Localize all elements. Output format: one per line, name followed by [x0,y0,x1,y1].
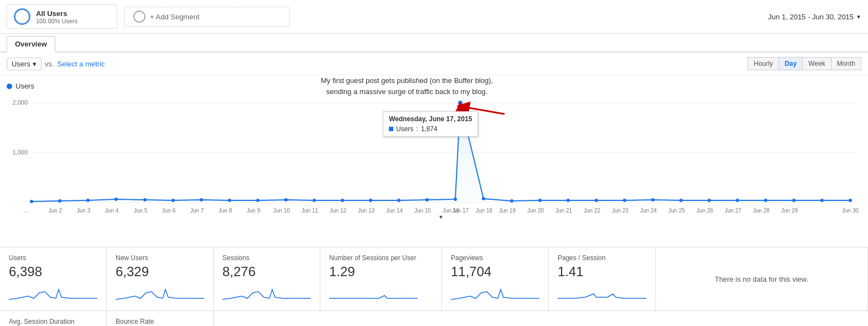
svg-point-16 [313,199,316,202]
time-button-group: Hourly Day Week Month [747,57,861,70]
segment-info: All Users 100.00% Users [36,9,77,24]
svg-point-28 [623,199,626,202]
svg-text:Jun 5: Jun 5 [134,208,148,214]
select-metric-link[interactable]: Select a metric [58,60,105,68]
chart-area: Users My first guest post gets published… [0,75,868,247]
svg-point-35 [820,199,824,202]
svg-point-18 [369,199,372,202]
tab-overview[interactable]: Overview [7,36,55,53]
stats-section: Users 6,398 New Users 6,329 Sessions 8,2… [0,247,868,311]
svg-text:Jun 20: Jun 20 [527,208,544,214]
svg-text:Jun 9: Jun 9 [247,208,261,214]
svg-point-25 [538,199,542,202]
sparkline-pageviews [451,282,539,304]
stat-card-pageviews: Pageviews 11,704 [442,247,549,311]
sparkline-new-users [116,282,204,304]
svg-point-15 [284,198,288,201]
svg-text:Jun 11: Jun 11 [302,208,318,214]
svg-text:Jun 28: Jun 28 [753,208,770,214]
stat-card-sessions: Sessions 8,276 [214,247,320,311]
legend-label: Users [15,82,34,90]
stat-card-sessions-per-user: Number of Sessions per User 1.29 [320,247,442,311]
svg-point-11 [171,199,175,202]
vs-label: vs. [45,60,54,68]
stat-label-pages-per-session: Pages / Session [558,254,646,262]
svg-text:Jun 12: Jun 12 [330,208,346,214]
add-segment-circle-icon [133,11,145,23]
svg-point-24 [510,199,513,203]
svg-point-32 [736,199,739,202]
stat-card-pages-per-session: Pages / Session 1.41 [549,247,656,311]
stats-section-row2: Avg. Session Duration 00:00:48 Bounce Ra… [0,311,868,326]
time-btn-week[interactable]: Week [802,57,830,70]
svg-point-6 [30,200,33,203]
time-btn-day[interactable]: Day [778,57,802,70]
segment-bar: All Users 100.00% Users + Add Segment Ju… [0,0,868,34]
time-btn-hourly[interactable]: Hourly [747,57,778,70]
svg-text:...: ... [23,208,28,214]
svg-text:Jun 13: Jun 13 [358,208,375,214]
time-btn-month[interactable]: Month [831,57,861,70]
svg-text:Jun 2: Jun 2 [49,208,63,214]
metric-dropdown[interactable]: Users ▾ [7,58,41,70]
segment-circle-icon [14,8,30,25]
svg-text:Jun 10: Jun 10 [273,208,290,214]
svg-text:Jun 30: Jun 30 [842,208,859,214]
svg-text:Jun 23: Jun 23 [612,208,628,214]
svg-point-23 [482,197,485,200]
stat-label-avg-session: Avg. Session Duration [9,318,97,325]
all-users-segment[interactable]: All Users 100.00% Users [7,4,117,29]
svg-point-19 [397,199,401,202]
stat-card-bounce-rate: Bounce Rate 86.08% [107,311,214,326]
svg-point-34 [792,199,796,202]
stat-value-users: 6,398 [9,264,97,280]
sparkline-pages-per-session [558,282,646,304]
svg-text:Jun 26: Jun 26 [697,208,713,214]
metric-selector: Users ▾ vs. Select a metric [7,58,105,70]
chart-svg-wrapper: 2,000 1,000 [7,95,861,222]
stat-label-pageviews: Pageviews [451,254,539,262]
svg-text:1,000: 1,000 [12,149,28,156]
svg-point-21 [454,198,457,201]
stat-value-sessions: 8,276 [222,264,311,280]
svg-point-22 [458,101,462,105]
stat-value-new-users: 6,329 [116,264,204,280]
sparkline-sessions [222,282,311,304]
annotation-box: My first guest post gets published (on t… [321,75,493,97]
svg-text:Jun 4: Jun 4 [105,208,119,214]
add-segment-button[interactable]: + Add Segment [124,7,290,27]
svg-text:Jun 17: Jun 17 [452,208,469,214]
svg-text:2,000: 2,000 [12,99,28,106]
sparkline-users [9,282,97,304]
svg-text:Jun 25: Jun 25 [668,208,685,214]
svg-text:Jun 29: Jun 29 [781,208,798,214]
segment-pct: 100.00% Users [36,18,77,24]
svg-point-29 [651,198,654,201]
stat-card-avg-session: Avg. Session Duration 00:00:48 [0,311,107,326]
svg-text:Jun 27: Jun 27 [725,208,741,214]
svg-text:Jun 24: Jun 24 [640,208,657,214]
stat-value-sessions-per-user: 1.29 [329,264,433,280]
svg-point-13 [228,199,231,202]
svg-point-31 [708,199,711,202]
metric-caret-icon: ▾ [33,60,37,68]
svg-point-7 [58,199,61,203]
stat-label-sessions-per-user: Number of Sessions per User [329,254,433,262]
svg-text:Jun 15: Jun 15 [414,208,431,214]
svg-text:Jun 14: Jun 14 [386,208,403,214]
svg-text:Jun 22: Jun 22 [584,208,600,214]
svg-point-20 [425,198,429,201]
main-chart-svg: 2,000 1,000 [7,95,859,222]
stat-card-users: Users 6,398 [0,247,107,311]
date-range-text: Jun 1, 2015 - Jun 30, 2015 [768,13,854,21]
stat-label-bounce-rate: Bounce Rate [116,318,204,325]
svg-point-12 [200,198,203,201]
tab-bar: Overview [0,36,868,53]
add-segment-label: + Add Segment [150,13,199,21]
no-data-panel: There is no data for this view. [656,247,868,311]
svg-text:Jun 8: Jun 8 [219,208,232,214]
stat-card-new-users: New Users 6,329 [107,247,214,311]
date-range[interactable]: Jun 1, 2015 - Jun 30, 2015 ▼ [768,13,861,21]
svg-point-33 [764,199,767,202]
stat-label-sessions: Sessions [222,254,311,262]
